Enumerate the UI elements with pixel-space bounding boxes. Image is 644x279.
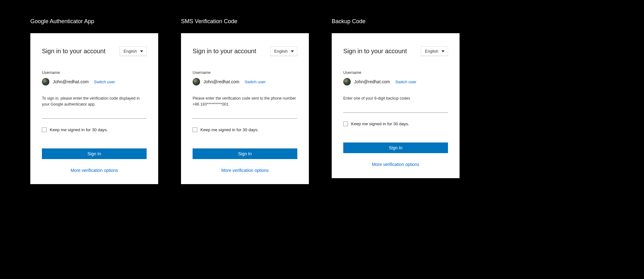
language-select[interactable]: English (119, 46, 147, 56)
keep-signed-label[interactable]: Keep me signed in for 30 days. (200, 127, 259, 132)
user-email: John@redhat.com (204, 79, 239, 84)
language-selected: English (123, 49, 137, 54)
chevron-down-icon (441, 50, 445, 52)
backup-code-input[interactable] (343, 103, 448, 113)
more-verification-options-link[interactable]: More verification options (343, 162, 448, 167)
instruction-text: Please enter the verification code sent … (193, 96, 297, 107)
keep-signed-checkbox[interactable] (42, 127, 47, 132)
signin-card: Sign in to your account English Username… (332, 33, 460, 178)
signin-card: Sign in to your account English Username… (30, 33, 158, 184)
panel-title: Google Authenticator App (30, 18, 158, 25)
panel-google-authenticator: Google Authenticator App Sign in to your… (30, 18, 158, 184)
panel-backup-code: Backup Code Sign in to your account Engl… (332, 18, 460, 184)
card-title: Sign in to your account (42, 48, 105, 55)
chevron-down-icon (291, 50, 294, 52)
avatar (343, 78, 351, 85)
signin-button[interactable]: Sign In (193, 148, 297, 159)
more-verification-options-link[interactable]: More verification options (193, 168, 297, 173)
verification-code-input[interactable] (193, 109, 297, 119)
keep-signed-checkbox[interactable] (343, 121, 348, 126)
signin-card: Sign in to your account English Username… (181, 33, 309, 184)
avatar (193, 78, 200, 85)
username-label: Username (193, 70, 297, 75)
username-label: Username (42, 70, 147, 75)
panel-sms-verification: SMS Verification Code Sign in to your ac… (181, 18, 309, 184)
language-select[interactable]: English (270, 46, 297, 56)
language-select[interactable]: English (421, 46, 448, 56)
language-selected: English (274, 49, 288, 54)
user-email: John@redhat.com (53, 79, 89, 84)
verification-code-input[interactable] (42, 109, 147, 119)
language-selected: English (425, 49, 438, 54)
panel-title: SMS Verification Code (181, 18, 309, 25)
switch-user-link[interactable]: Switch user (395, 80, 416, 84)
keep-signed-label[interactable]: Keep me signed in for 30 days. (351, 121, 409, 126)
signin-button[interactable]: Sign In (343, 142, 448, 153)
card-title: Sign in to your account (193, 48, 256, 55)
instruction-text: To sign in, please enter the verificatio… (42, 96, 147, 107)
username-label: Username (343, 70, 448, 75)
user-email: John@redhat.com (354, 79, 390, 84)
instruction-text: Enter one of your 8-digit backup codes (343, 96, 448, 101)
keep-signed-checkbox[interactable] (193, 127, 197, 132)
avatar (42, 78, 49, 85)
panel-title: Backup Code (332, 18, 460, 25)
chevron-down-icon (140, 50, 143, 52)
switch-user-link[interactable]: Switch user (94, 80, 115, 84)
card-title: Sign in to your account (343, 48, 407, 55)
signin-button[interactable]: Sign In (42, 148, 147, 159)
switch-user-link[interactable]: Switch user (245, 80, 266, 84)
keep-signed-label[interactable]: Keep me signed in for 30 days. (50, 127, 108, 132)
more-verification-options-link[interactable]: More verification options (42, 168, 147, 173)
